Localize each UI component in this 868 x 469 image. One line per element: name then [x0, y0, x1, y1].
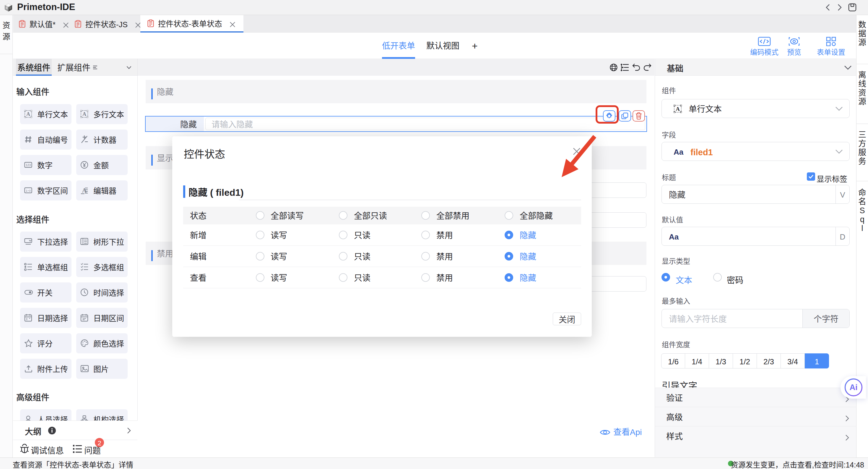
svg-text:A: A: [26, 111, 30, 117]
svg-text:A: A: [83, 111, 87, 117]
svg-text:1~3: 1~3: [26, 189, 30, 192]
svg-text:Ai: Ai: [850, 383, 858, 392]
svg-text:123: 123: [26, 163, 31, 167]
svg-text:A: A: [676, 106, 680, 112]
